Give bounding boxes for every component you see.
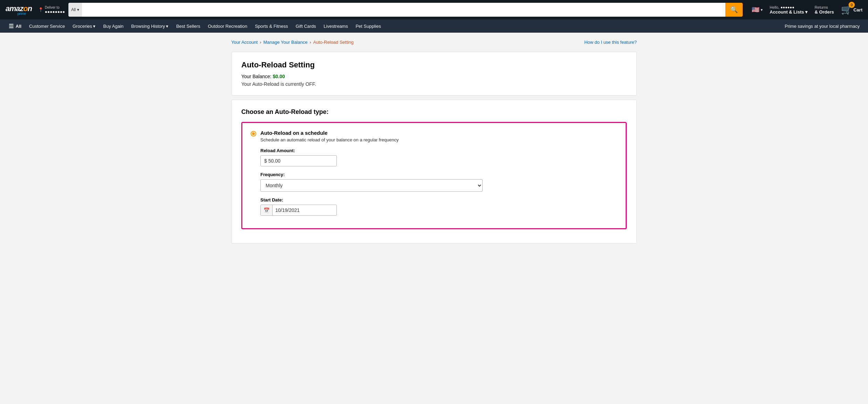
nav-browsing-history[interactable]: Browsing History ▾	[128, 21, 172, 31]
chevron-down-icon: ▾	[761, 8, 763, 12]
chevron-down-icon: ▾	[77, 7, 79, 12]
cart-count-badge: 0	[849, 2, 855, 8]
schedule-radio[interactable]	[251, 131, 256, 137]
start-date-group: Start Date: 📅	[260, 197, 617, 216]
nav-customer-service[interactable]: Customer Service	[26, 21, 68, 31]
nav-promo[interactable]: Prime savings at your local pharmacy	[782, 22, 862, 31]
choose-title: Choose an Auto-Reload type:	[241, 108, 627, 116]
nav-buy-again[interactable]: Buy Again	[100, 21, 127, 31]
balance-line: Your Balance: $0.00	[241, 74, 627, 79]
search-category-dropdown[interactable]: All ▾	[68, 3, 82, 17]
search-button[interactable]: 🔍	[725, 3, 743, 17]
main-content: Your Account › Manage Your Balance › Aut…	[226, 33, 642, 250]
autoreload-status: Your Auto-Reload is currently OFF.	[241, 81, 627, 87]
location-selector[interactable]: 📍 Deliver to ●●●●●●●●	[38, 6, 65, 14]
cart[interactable]: 🛒 0 Cart	[841, 5, 862, 15]
account-menu[interactable]: Hello, ●●●●●● Account & Lists ▾	[770, 5, 808, 15]
country-selector[interactable]: 🇺🇸 ▾	[752, 6, 763, 14]
calendar-icon: 📅	[261, 205, 273, 215]
breadcrumb-current: Auto-Reload Setting	[313, 40, 353, 45]
search-bar: All ▾ 🔍	[68, 3, 743, 17]
us-flag-icon: 🇺🇸	[752, 6, 759, 14]
nav-best-sellers[interactable]: Best Sellers	[173, 21, 203, 31]
start-date-label: Start Date:	[260, 197, 617, 203]
breadcrumb: Your Account › Manage Your Balance › Aut…	[231, 40, 637, 45]
search-input[interactable]	[82, 3, 725, 17]
location-icon: 📍	[38, 7, 43, 12]
prime-label: prime	[17, 12, 26, 16]
help-link[interactable]: How do I use this feature?	[584, 40, 637, 45]
nav-livestreams[interactable]: Livestreams	[320, 21, 351, 31]
frequency-label: Frequency:	[260, 172, 617, 177]
choose-type-card: Choose an Auto-Reload type: Auto-Reload …	[231, 100, 637, 244]
reload-amount-group: Reload Amount:	[260, 148, 617, 166]
reload-amount-label: Reload Amount:	[260, 148, 617, 153]
start-date-input[interactable]	[273, 207, 337, 213]
reload-amount-input[interactable]	[260, 155, 337, 166]
date-input-wrapper: 📅	[260, 205, 337, 216]
nav-sports-fitness[interactable]: Sports & Fitness	[252, 21, 291, 31]
breadcrumb-account-link[interactable]: Your Account	[231, 40, 258, 45]
header-right: 🇺🇸 ▾ Hello, ●●●●●● Account & Lists ▾ Ret…	[752, 5, 862, 15]
nav-outdoor-recreation[interactable]: Outdoor Recreation	[205, 21, 250, 31]
nav-bar: ☰ All Customer Service Groceries ▾ Buy A…	[0, 19, 868, 33]
nav-groceries[interactable]: Groceries ▾	[69, 21, 99, 31]
chevron-down-icon: ▾	[93, 24, 95, 29]
option-header: Auto-Reload on a schedule Schedule an au…	[251, 130, 617, 142]
info-card: Auto-Reload Setting Your Balance: $0.00 …	[231, 52, 637, 96]
balance-amount: $0.00	[273, 74, 285, 79]
breadcrumb-manage-link[interactable]: Manage Your Balance	[263, 40, 307, 45]
radio-inner	[252, 132, 255, 135]
returns-orders[interactable]: Returns & Orders	[815, 5, 834, 15]
schedule-option-box: Auto-Reload on a schedule Schedule an au…	[241, 122, 627, 229]
option-title: Auto-Reload on a schedule	[260, 130, 399, 136]
nav-all-menu[interactable]: ☰ All	[6, 20, 25, 32]
header: amazon prime 📍 Deliver to ●●●●●●●● All ▾…	[0, 0, 868, 33]
nav-pet-supplies[interactable]: Pet Supplies	[352, 21, 384, 31]
frequency-select[interactable]: Monthly Weekly Bi-Weekly Quarterly	[260, 179, 483, 192]
amazon-logo[interactable]: amazon prime	[6, 4, 32, 16]
hamburger-icon: ☰	[9, 23, 14, 30]
chevron-down-icon: ▾	[805, 9, 808, 15]
page-title: Auto-Reload Setting	[241, 60, 627, 69]
option-description: Schedule an automatic reload of your bal…	[260, 137, 399, 142]
location-text: ●●●●●●●●	[45, 9, 65, 14]
chevron-down-icon: ▾	[166, 24, 168, 29]
nav-gift-cards[interactable]: Gift Cards	[293, 21, 319, 31]
frequency-group: Frequency: Monthly Weekly Bi-Weekly Quar…	[260, 172, 617, 192]
